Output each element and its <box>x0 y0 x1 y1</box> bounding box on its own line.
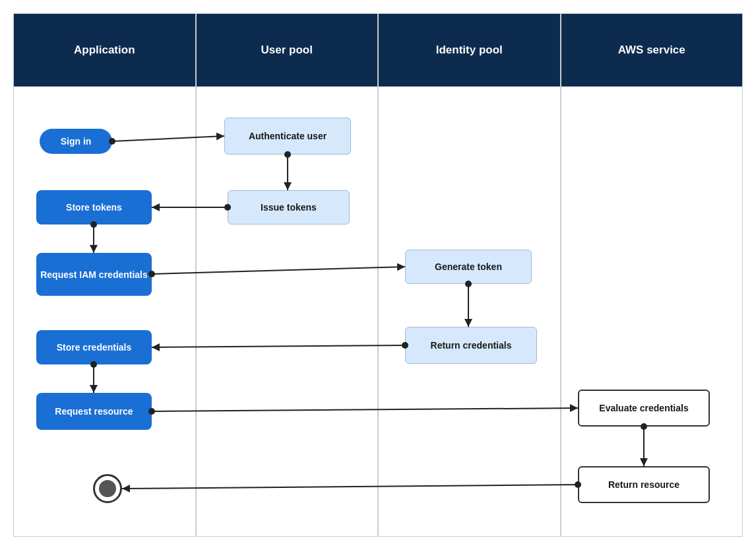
node-request-resource-label: Request resource <box>55 406 133 417</box>
node-evaluate-credentials-label: Evaluate credentials <box>599 403 688 413</box>
node-request-iam: Request IAM credentials <box>36 253 152 296</box>
node-generate-token-label: Generate token <box>435 261 502 272</box>
swimlane-body-identity-pool <box>379 86 560 536</box>
swimlane-label-application: Application <box>74 44 135 57</box>
swimlane-header-aws-service: AWS service <box>561 14 743 86</box>
node-issue-tokens-label: Issue tokens <box>261 202 317 213</box>
node-request-resource: Request resource <box>36 393 152 430</box>
swimlane-user-pool: User pool <box>196 13 379 537</box>
node-store-credentials: Store credentials <box>36 330 152 364</box>
node-store-credentials-label: Store credentials <box>57 342 132 353</box>
node-sign-in-label: Sign in <box>61 136 92 147</box>
node-store-tokens-label: Store tokens <box>66 202 122 213</box>
swimlane-body-application <box>14 86 195 536</box>
swimlane-header-user-pool: User pool <box>197 14 378 86</box>
swimlane-aws-service: AWS service <box>561 13 743 537</box>
node-authenticate-user: Authenticate user <box>224 118 351 155</box>
node-authenticate-user-label: Authenticate user <box>249 131 327 141</box>
node-return-credentials: Return credentials <box>405 327 537 364</box>
node-issue-tokens: Issue tokens <box>228 190 350 224</box>
node-return-credentials-label: Return credentials <box>431 340 512 351</box>
node-end <box>93 474 122 503</box>
node-sign-in: Sign in <box>40 129 112 154</box>
node-generate-token: Generate token <box>405 250 532 284</box>
swimlane-header-application: Application <box>14 14 195 86</box>
swimlane-header-identity-pool: Identity pool <box>379 14 560 86</box>
swimlane-label-identity-pool: Identity pool <box>436 44 503 57</box>
diagram-container: Application User pool Identity pool AWS … <box>0 0 756 550</box>
node-end-inner <box>99 480 116 497</box>
node-store-tokens: Store tokens <box>36 190 152 224</box>
swimlane-label-aws-service: AWS service <box>618 44 685 57</box>
swimlane-label-user-pool: User pool <box>261 44 313 57</box>
node-return-resource-label: Return resource <box>608 479 679 490</box>
node-return-resource: Return resource <box>578 466 710 503</box>
node-evaluate-credentials: Evaluate credentials <box>578 390 710 427</box>
node-request-iam-label: Request IAM credentials <box>40 269 148 280</box>
